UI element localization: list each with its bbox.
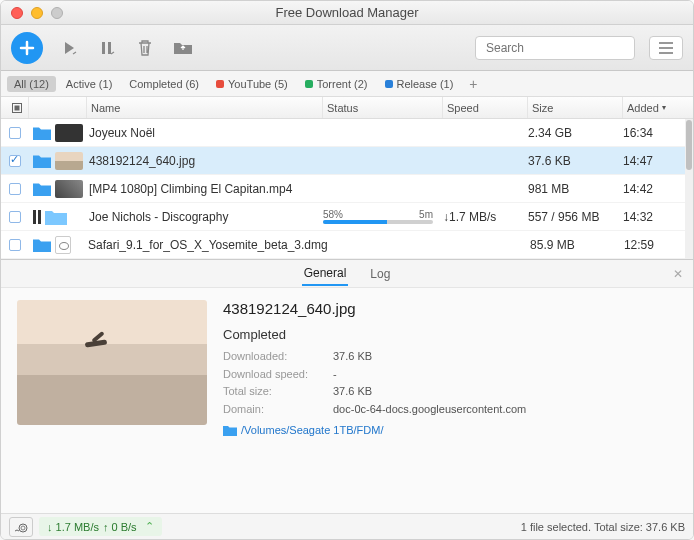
header-status[interactable]: Status: [323, 97, 443, 118]
upload-speed: ↑ 0 B/s: [103, 521, 137, 533]
table-row[interactable]: 438192124_640.jpg37.6 KB14:47: [1, 147, 693, 175]
delete-button[interactable]: [133, 36, 157, 60]
tab-log[interactable]: Log: [368, 263, 392, 285]
chevron-up-icon[interactable]: ⌃: [145, 520, 154, 533]
file-thumbnail: [55, 180, 83, 198]
selection-info: 1 file selected. Total size: 37.6 KB: [521, 521, 685, 533]
row-icons: [29, 180, 87, 198]
speed-limit-button[interactable]: [9, 517, 33, 537]
folder-icon: [33, 154, 51, 168]
row-checkbox[interactable]: [9, 183, 21, 195]
row-checkbox[interactable]: [9, 239, 21, 251]
svg-rect-4: [14, 105, 19, 110]
detail-path[interactable]: /Volumes/Seagate 1TB/FDM/: [223, 424, 677, 436]
folder-icon: [33, 238, 51, 252]
header-icon[interactable]: [29, 97, 87, 118]
row-status: 58%5m: [323, 209, 443, 224]
row-checkbox[interactable]: [9, 211, 21, 223]
row-checkbox[interactable]: [9, 155, 21, 167]
menu-button[interactable]: [649, 36, 683, 60]
detail-title: 438192124_640.jpg: [223, 300, 677, 317]
row-size: 557 / 956 MB: [528, 210, 623, 224]
add-download-button[interactable]: [11, 32, 43, 64]
play-button[interactable]: [57, 36, 81, 60]
domain-label: Domain:: [223, 401, 333, 419]
header-size[interactable]: Size: [528, 97, 623, 118]
folder-icon: [33, 126, 51, 140]
pause-button[interactable]: [95, 36, 119, 60]
row-checkbox[interactable]: [9, 127, 21, 139]
speed-label: Download speed:: [223, 366, 333, 384]
row-name: 438192124_640.jpg: [87, 154, 323, 168]
filter-tag[interactable]: YouTube (5): [209, 76, 295, 92]
header-speed[interactable]: Speed: [443, 97, 528, 118]
table-header: Name Status Speed Size Added ▾: [1, 97, 693, 119]
table-row[interactable]: Joyeux Noël2.34 GB16:34: [1, 119, 693, 147]
window-title: Free Download Manager: [1, 5, 693, 20]
table-row[interactable]: Joe Nichols - Discography58%5m↓1.7 MB/s5…: [1, 203, 693, 231]
file-thumbnail: [55, 124, 83, 142]
search-input[interactable]: [486, 41, 636, 55]
titlebar: Free Download Manager: [1, 1, 693, 25]
traffic-lights: [1, 7, 63, 19]
add-filter-button[interactable]: +: [464, 76, 482, 92]
status-bar: ↓ 1.7 MB/s ↑ 0 B/s ⌃ 1 file selected. To…: [1, 513, 693, 539]
row-added: 14:32: [623, 210, 693, 224]
table-row[interactable]: Safari_9.1_for_OS_X_Yosemite_beta_3.dmg8…: [1, 231, 693, 259]
filter-label: Torrent (2): [317, 78, 368, 90]
row-speed: ↓1.7 MB/s: [443, 210, 528, 224]
detail-status: Completed: [223, 327, 677, 342]
filter-color-dot: [385, 80, 393, 88]
search-box[interactable]: [475, 36, 635, 60]
total-value: 37.6 KB: [333, 383, 372, 401]
filter-label: Active (1): [66, 78, 112, 90]
folder-icon: [45, 209, 67, 225]
row-icons: [29, 124, 87, 142]
file-preview: [17, 300, 207, 425]
tab-general[interactable]: General: [302, 262, 349, 286]
filter-bar: All (12)Active (1)Completed (6)YouTube (…: [1, 71, 693, 97]
file-thumbnail: [55, 236, 71, 254]
speed-value: -: [333, 366, 337, 384]
filter-label: YouTube (5): [228, 78, 288, 90]
downloaded-label: Downloaded:: [223, 348, 333, 366]
row-name: Joyeux Noël: [87, 126, 323, 140]
row-size: 2.34 GB: [528, 126, 623, 140]
domain-value: doc-0c-64-docs.googleusercontent.com: [333, 401, 526, 419]
transfer-speeds[interactable]: ↓ 1.7 MB/s ↑ 0 B/s ⌃: [39, 517, 162, 536]
filter-tag[interactable]: Completed (6): [122, 76, 206, 92]
folder-icon: [33, 182, 51, 196]
header-added[interactable]: Added ▾: [623, 97, 693, 118]
download-list: Joyeux Noël2.34 GB16:34438192124_640.jpg…: [1, 119, 693, 259]
move-to-folder-button[interactable]: [171, 36, 195, 60]
row-icons: [29, 236, 86, 254]
close-detail-button[interactable]: ✕: [673, 267, 683, 281]
close-window-button[interactable]: [11, 7, 23, 19]
pause-icon: [33, 210, 41, 224]
row-name: Safari_9.1_for_OS_X_Yosemite_beta_3.dmg: [86, 238, 328, 252]
filter-label: Release (1): [397, 78, 454, 90]
file-thumbnail: [55, 152, 83, 170]
row-added: 12:59: [624, 238, 693, 252]
svg-point-5: [19, 524, 27, 532]
svg-point-6: [21, 526, 25, 530]
table-row[interactable]: [MP4 1080p] Climbing El Capitan.mp4981 M…: [1, 175, 693, 203]
filter-label: Completed (6): [129, 78, 199, 90]
filter-tag[interactable]: Torrent (2): [298, 76, 375, 92]
total-label: Total size:: [223, 383, 333, 401]
row-added: 16:34: [623, 126, 693, 140]
header-name[interactable]: Name: [87, 97, 323, 118]
filter-color-dot: [216, 80, 224, 88]
filter-tag[interactable]: All (12): [7, 76, 56, 92]
maximize-window-button[interactable]: [51, 7, 63, 19]
filter-tag[interactable]: Release (1): [378, 76, 461, 92]
filter-tag[interactable]: Active (1): [59, 76, 119, 92]
folder-icon: [223, 425, 237, 436]
download-speed: ↓ 1.7 MB/s: [47, 521, 99, 533]
row-icons: [29, 209, 87, 225]
minimize-window-button[interactable]: [31, 7, 43, 19]
list-scrollbar[interactable]: [685, 119, 693, 259]
detail-info: 438192124_640.jpg Completed Downloaded:3…: [223, 300, 677, 501]
toolbar: [1, 25, 693, 71]
header-checkbox[interactable]: [1, 97, 29, 118]
